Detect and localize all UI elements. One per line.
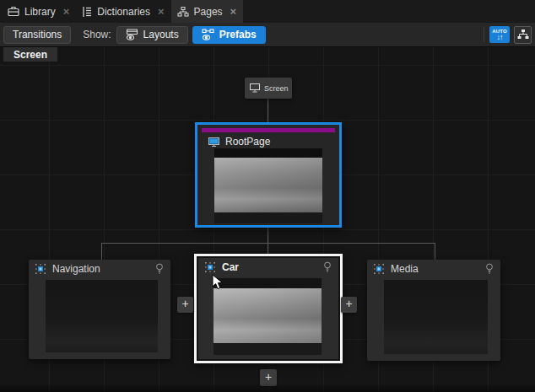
pages-canvas[interactable]: Screen Screen RootPage [0, 47, 535, 392]
list-icon [82, 6, 92, 18]
prefab-icon [374, 264, 384, 274]
breadcrumb-label: Screen [14, 49, 47, 61]
hierarchy-icon [177, 7, 189, 17]
close-icon[interactable]: × [230, 6, 237, 17]
prefab-icon [35, 264, 46, 274]
mouse-cursor [212, 274, 224, 291]
prefabs-eye-icon [202, 29, 214, 40]
connector-root-down [268, 228, 268, 243]
node-car[interactable]: Car [194, 254, 343, 363]
connector-stub-media [435, 243, 435, 260]
auto-arrange-button[interactable]: AUTO ↓↑ [489, 26, 510, 43]
tab-library[interactable]: Library × [2, 0, 76, 23]
connector-horizontal [101, 243, 435, 244]
close-icon[interactable]: × [158, 6, 165, 17]
node-screen[interactable]: Screen [245, 78, 292, 99]
tab-dictionaries[interactable]: Dictionaries × [76, 0, 170, 23]
toolbox-icon [8, 6, 19, 17]
auto-arrows-icon: ↓↑ [497, 34, 503, 41]
tab-label: Dictionaries [97, 6, 150, 18]
tab-pages[interactable]: Pages × [171, 0, 244, 23]
node-label: Navigation [52, 263, 100, 275]
connector-stub-car [268, 243, 268, 254]
show-label: Show: [83, 29, 111, 40]
page-thumbnail [213, 278, 322, 355]
add-page-button-right[interactable]: + [341, 297, 357, 313]
toolbar: Transitions Show: Layouts Prefabs AUTO ↓… [0, 23, 535, 47]
monitor-icon [250, 83, 260, 93]
fit-tree-button[interactable] [514, 26, 532, 44]
page-thumbnail [214, 148, 322, 223]
tab-label: Pages [194, 6, 223, 18]
node-label: RootPage [225, 136, 270, 148]
monitor-icon [208, 137, 219, 147]
node-media[interactable]: Media [367, 260, 500, 361]
layouts-toggle-button[interactable]: Layouts [116, 26, 188, 44]
connector-screen-root [268, 99, 268, 122]
tab-bar: Library × Dictionaries × Pages × [0, 0, 535, 23]
node-label: Media [391, 263, 419, 275]
lightbulb-icon[interactable] [323, 261, 332, 273]
prefab-icon [205, 262, 215, 272]
tab-label: Library [24, 6, 56, 18]
node-rootpage[interactable]: RootPage [195, 122, 342, 228]
add-page-button-left[interactable]: + [177, 297, 193, 313]
transitions-button[interactable]: Transitions [3, 26, 71, 44]
node-label: Car [222, 261, 239, 273]
prefabs-label: Prefabs [219, 29, 257, 40]
tree-fit-icon [517, 30, 529, 40]
lightbulb-icon[interactable] [485, 263, 494, 275]
page-thumbnail [384, 280, 488, 354]
layouts-eye-icon [126, 29, 138, 40]
page-accent-bar [202, 128, 335, 132]
toolbar-separator [484, 27, 484, 42]
breadcrumb[interactable]: Screen [3, 47, 57, 62]
close-icon[interactable]: × [63, 6, 70, 17]
connector-stub-navigation [101, 243, 102, 260]
prefabs-toggle-button[interactable]: Prefabs [192, 26, 266, 44]
page-thumbnail [46, 280, 158, 352]
canvas-bottom-shade [0, 384, 535, 392]
node-navigation[interactable]: Navigation [29, 260, 170, 359]
node-label: Screen [264, 84, 289, 93]
lightbulb-icon[interactable] [155, 263, 164, 275]
layouts-label: Layouts [143, 29, 179, 40]
transitions-label: Transitions [13, 29, 62, 40]
